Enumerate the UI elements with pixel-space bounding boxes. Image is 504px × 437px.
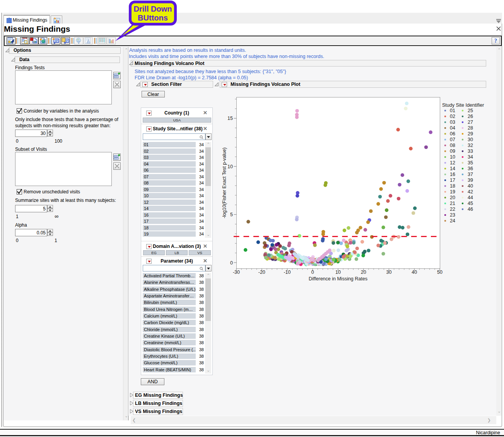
- svg-text:12: 12: [450, 160, 455, 166]
- svg-text:0: 0: [311, 270, 314, 275]
- svg-text:32: 32: [468, 143, 473, 148]
- svg-text:40: 40: [468, 183, 473, 189]
- svg-text:Difference in Missing Rates: Difference in Missing Rates: [309, 276, 367, 282]
- svg-text:02: 02: [450, 114, 455, 119]
- svg-text:19: 19: [450, 189, 455, 195]
- svg-text:34: 34: [468, 154, 473, 160]
- svg-text:39: 39: [468, 178, 473, 183]
- svg-text:30: 30: [468, 137, 473, 142]
- svg-text:40: 40: [412, 270, 417, 275]
- svg-text:46: 46: [468, 207, 473, 212]
- svg-text:16: 16: [450, 172, 455, 177]
- svg-text:28: 28: [468, 125, 473, 131]
- svg-text:09: 09: [450, 149, 455, 154]
- svg-text:07: 07: [450, 137, 455, 142]
- svg-text:15: 15: [227, 116, 233, 121]
- svg-text:37: 37: [468, 172, 473, 177]
- svg-text:-log10(Fisher Exact Test p-val: -log10(Fisher Exact Test p-value): [222, 147, 227, 218]
- svg-text:10: 10: [335, 270, 341, 275]
- svg-text:44: 44: [468, 195, 473, 200]
- svg-text:20: 20: [361, 270, 366, 275]
- svg-text:22: 22: [450, 207, 455, 212]
- svg-text:18: 18: [450, 183, 455, 189]
- svg-text:10: 10: [450, 154, 455, 160]
- svg-text:10: 10: [227, 164, 233, 169]
- svg-text:14: 14: [450, 166, 455, 171]
- svg-text:06: 06: [450, 131, 455, 137]
- svg-text:Study Site Identifier: Study Site Identifier: [442, 102, 484, 108]
- svg-text:21: 21: [450, 201, 455, 206]
- svg-text:23: 23: [450, 212, 455, 218]
- svg-text:29: 29: [468, 131, 473, 137]
- svg-text:30: 30: [386, 270, 392, 275]
- svg-text:35: 35: [468, 160, 473, 166]
- svg-text:25: 25: [468, 108, 473, 113]
- svg-text:17: 17: [450, 178, 455, 183]
- svg-text:20: 20: [450, 195, 455, 200]
- svg-text:04: 04: [450, 125, 455, 131]
- svg-text:-30: -30: [233, 270, 240, 275]
- svg-text:03: 03: [450, 119, 455, 125]
- svg-text:50: 50: [437, 270, 442, 275]
- svg-text:01: 01: [450, 108, 455, 113]
- svg-text:BUttons: BUttons: [138, 14, 168, 22]
- svg-text:Drill Down: Drill Down: [134, 5, 172, 13]
- svg-text:33: 33: [468, 149, 473, 154]
- svg-text:-10: -10: [284, 270, 290, 275]
- svg-text:26: 26: [468, 114, 473, 119]
- svg-text:08: 08: [450, 143, 455, 148]
- svg-text:-20: -20: [258, 270, 265, 275]
- svg-text:0: 0: [230, 260, 233, 266]
- svg-text:42: 42: [468, 189, 473, 195]
- svg-text:36: 36: [468, 166, 473, 171]
- svg-text:27: 27: [468, 119, 473, 125]
- svg-text:24: 24: [450, 218, 455, 224]
- svg-text:45: 45: [468, 201, 473, 206]
- svg-text:5: 5: [230, 212, 233, 217]
